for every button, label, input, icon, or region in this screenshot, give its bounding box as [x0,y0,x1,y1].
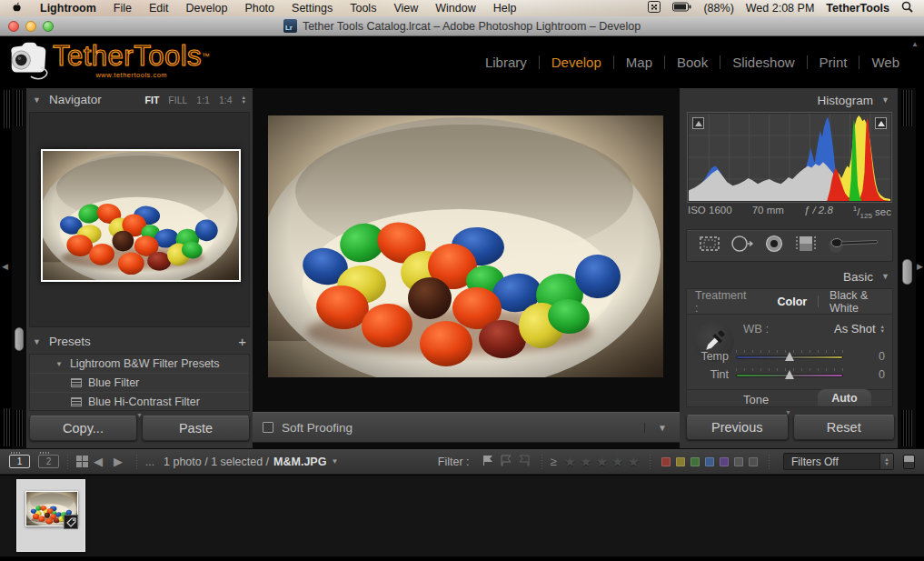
navigator-preview-area[interactable] [29,112,250,327]
basic-panel-header[interactable]: Basic ▼ [680,265,898,288]
left-scrollbar-thumb[interactable] [15,327,24,351]
menu-item-file[interactable]: File [114,2,132,15]
spotlight-search-icon[interactable] [901,1,913,15]
keyword-tag-badge-icon[interactable] [64,515,78,529]
zoom-mode-1-1[interactable]: 1:1 [196,95,210,105]
module-develop[interactable]: Develop [540,55,613,70]
apple-menu-icon[interactable] [11,0,23,16]
menu-item-tethertools[interactable]: TetherTools [826,2,889,15]
auto-tone-button[interactable]: Auto [818,389,870,408]
color-label-purple[interactable] [720,457,729,466]
battery-icon[interactable] [672,2,691,15]
main-photo-mm-bowl[interactable] [268,115,663,377]
unflagged-filter-icon[interactable] [500,454,512,470]
right-scrollbar-thumb[interactable] [902,259,912,285]
histogram-display[interactable] [688,113,891,202]
tint-slider-thumb[interactable] [785,370,794,379]
menu-item-edit[interactable]: Edit [149,2,169,15]
rating-ge-icon[interactable]: ≥ [551,455,557,468]
wb-preset-dropdown[interactable]: As Shot ▲▼ [834,322,885,336]
copy-settings-button[interactable]: Copy... [29,416,137,441]
rejected-filter-icon[interactable] [518,454,531,470]
main-window-button[interactable]: 1 [9,455,30,468]
temp-slider[interactable] [736,350,843,363]
shadow-clipping-indicator[interactable] [692,117,704,129]
navigator-panel-header[interactable]: ▼ Navigator FIT FILL 1:1 1:4 ▲▼ [26,88,253,111]
spot-removal-tool-icon[interactable] [730,235,754,256]
star-icon[interactable]: ★ [596,454,608,470]
temp-slider-thumb[interactable] [785,352,794,361]
tint-slider[interactable] [736,368,843,381]
collapse-left-panel-arrow[interactable]: ◀ [2,263,8,271]
preset-group-row[interactable]: ▼ Lightroom B&W Filter Presets [30,355,249,374]
menu-item-photo[interactable]: Photo [244,2,274,15]
disclosure-triangle-icon[interactable]: ▼ [881,95,889,105]
breadcrumb-ellipsis[interactable]: ... [145,456,154,468]
disclosure-triangle-icon[interactable]: ▼ [33,95,41,105]
filters-preset-dropdown[interactable]: Filters Off ▲▼ [783,453,894,470]
minimize-window-button[interactable] [25,21,36,32]
color-label-blue[interactable] [705,457,714,466]
window-title-bar[interactable]: Lr Tether Tools Catalog.lrcat – Adobe Ph… [0,16,924,36]
color-label-custom[interactable] [749,457,758,466]
zoom-mode-fit[interactable]: FIT [145,95,160,105]
tint-value[interactable]: 0 [879,368,885,381]
filters-enable-toggle[interactable] [903,455,915,469]
treatment-bw-option[interactable]: Black & White [830,289,892,315]
filename-caret-icon[interactable]: ▼ [331,457,338,466]
menu-item-develop[interactable]: Develop [186,2,228,15]
zoom-mode-1-4[interactable]: 1:4 [219,95,233,105]
menu-item-tools[interactable]: Tools [350,2,376,15]
module-book[interactable]: Book [665,55,720,70]
navigator-preview-image[interactable] [41,149,241,282]
module-map[interactable]: Map [614,55,664,70]
menu-item-view[interactable]: View [393,2,418,15]
toolbar-options-caret-icon[interactable]: ▼ [644,423,667,433]
star-icon[interactable]: ★ [580,454,591,470]
treatment-color-option[interactable]: Color [778,296,808,308]
zoom-window-button[interactable] [43,21,54,32]
graduated-filter-tool-icon[interactable] [794,235,818,256]
star-icon[interactable]: ★ [628,454,640,470]
next-photo-arrow[interactable]: ▶ [114,455,123,468]
grid-view-button[interactable] [76,456,88,467]
module-web[interactable]: Web [859,55,911,70]
red-eye-tool-icon[interactable] [764,235,784,256]
color-label-green[interactable] [691,457,700,466]
soft-proofing-checkbox[interactable] [263,422,273,433]
dropdown-stepper-icon[interactable]: ▲▼ [879,454,893,469]
disclosure-triangle-icon[interactable]: ▼ [881,272,889,281]
menu-item-help[interactable]: Help [493,2,517,15]
module-slideshow[interactable]: Slideshow [720,55,806,70]
paste-settings-button[interactable]: Paste [142,416,250,441]
group-disclosure-icon[interactable]: ▼ [55,360,63,368]
adjustment-brush-tool-icon[interactable] [828,235,880,256]
disclosure-triangle-icon[interactable]: ▼ [33,337,41,346]
preset-item[interactable]: Blue Filter [30,374,249,393]
right-panel-scrollbar[interactable] [898,88,916,448]
selection-status[interactable]: 1 photo / 1 selected / M&M.JPG ▼ [164,456,338,468]
color-label-red[interactable] [661,457,671,466]
menu-clock[interactable]: Wed 2:08 PM [746,2,815,15]
menu-item-lightroom[interactable]: Lightroom [40,2,96,15]
module-library[interactable]: Library [473,55,539,70]
left-panel-scrollbar[interactable] [12,88,26,448]
highlight-clipping-indicator[interactable] [875,117,887,129]
menu-item-window[interactable]: Window [435,2,475,15]
crop-tool-icon[interactable] [699,235,720,256]
star-icon[interactable]: ★ [611,454,623,470]
color-label-none[interactable] [734,457,743,466]
zoom-ratio-stepper[interactable]: ▲▼ [242,95,246,104]
second-window-button[interactable]: 2 [38,455,59,468]
star-icon[interactable]: ★ [564,454,576,470]
input-source-icon[interactable] [648,1,661,15]
previous-button[interactable]: Previous [686,415,789,440]
filmstrip-cell-selected[interactable] [16,479,85,552]
close-window-button[interactable] [8,21,19,32]
add-preset-button[interactable]: + [238,334,246,349]
previous-photo-arrow[interactable]: ◀ [94,455,103,468]
hide-top-panel-arrow[interactable]: ▲ [911,40,919,48]
reset-button[interactable]: Reset [793,415,896,440]
color-label-yellow[interactable] [676,457,685,466]
preset-item[interactable]: Blue Hi-Contrast Filter [30,393,249,411]
